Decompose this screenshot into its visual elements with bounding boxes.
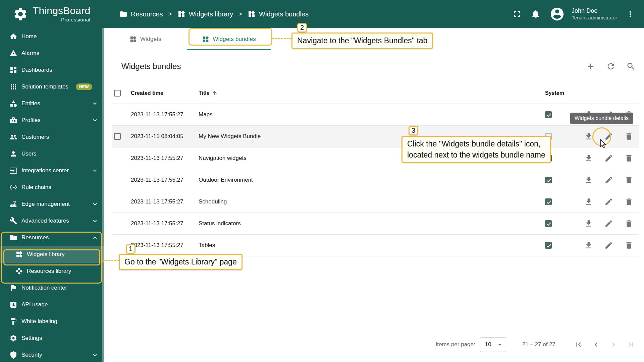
table-header-row: Created time Title System (112, 82, 639, 104)
delete-icon (625, 132, 633, 141)
sidebar-item-notification-center[interactable]: Notification center (0, 280, 104, 296)
sidebar-item-widgets-library[interactable]: Widgets library (0, 246, 104, 263)
search-button[interactable] (624, 59, 638, 74)
ethernet-icon (9, 183, 17, 191)
chevron-down-icon (91, 217, 99, 225)
gear-icon (9, 334, 17, 342)
edit-icon (604, 154, 613, 163)
delete-icon (625, 154, 633, 163)
annotation-connector (272, 38, 291, 39)
delete-bundle-button[interactable] (622, 152, 636, 165)
sidebar-item-api-usage[interactable]: API usage (0, 296, 104, 313)
breadcrumb-separator: > (168, 10, 172, 18)
sidebar-scrollbar[interactable] (102, 28, 104, 362)
brand-edition: Professional (61, 17, 90, 22)
export-bundle-button[interactable] (582, 152, 595, 165)
chevron-down-icon (91, 351, 99, 359)
tab-widgets-bundles[interactable]: Widgets bundles (187, 28, 271, 50)
delete-bundle-button[interactable] (622, 239, 636, 252)
table-row[interactable]: 2023-11-13 17:55:27 Navigation widgets (112, 147, 639, 169)
widgets-icon (15, 251, 23, 258)
export-bundle-button[interactable] (582, 217, 595, 230)
bundle-details-button[interactable] (602, 152, 615, 165)
chart-icon (9, 301, 17, 309)
table-row[interactable]: 2023-11-13 17:55:27 Maps (112, 104, 639, 126)
delete-bundle-button[interactable] (622, 173, 636, 187)
column-header-created-time[interactable]: Created time (127, 90, 195, 96)
sidebar-item-users[interactable]: Users (0, 145, 104, 162)
bundle-details-button[interactable] (602, 217, 615, 230)
sidebar-item-rule-chains[interactable]: Rule chains (0, 179, 104, 196)
app-logo[interactable]: ThingsBoard Professional (0, 0, 104, 28)
sidebar-item-alarms[interactable]: Alarms (0, 45, 104, 62)
breadcrumb-widgets-library[interactable]: Widgets library (177, 10, 233, 18)
sidebar: ThingsBoard Professional Home Alarms Das… (0, 0, 104, 362)
bundle-details-button[interactable] (602, 173, 615, 187)
chevron-down-icon (91, 200, 99, 208)
breadcrumb-resources[interactable]: Resources (119, 10, 163, 18)
table-row[interactable]: 2023-11-15 08:04:05 My New Widgets Bundl… (112, 126, 639, 147)
first-page-button[interactable] (571, 337, 586, 352)
chevron-up-icon (91, 234, 99, 241)
folder-icon (9, 234, 17, 242)
avatar[interactable] (549, 6, 565, 22)
sidebar-item-solution-templates[interactable]: Solution templatesNEW (0, 78, 104, 95)
cell-title: Scheduling (195, 198, 541, 205)
table-row[interactable]: 2023-11-13 17:55:27 Status indicators (112, 213, 639, 235)
fullscreen-button[interactable] (512, 9, 522, 19)
sort-ascending-icon (212, 90, 218, 96)
apps-icon (9, 83, 17, 91)
items-per-page-select[interactable]: 10 (480, 337, 506, 352)
sidebar-item-settings[interactable]: Settings (0, 330, 104, 347)
system-checkbox (545, 198, 552, 205)
sidebar-item-home[interactable]: Home (0, 28, 104, 45)
refresh-button[interactable] (603, 59, 618, 74)
export-bundle-button[interactable] (582, 173, 595, 187)
select-all-checkbox[interactable] (114, 90, 121, 97)
sidebar-item-security[interactable]: Security (0, 347, 104, 362)
delete-bundle-button[interactable] (622, 195, 636, 208)
sidebar-item-advanced-features[interactable]: Advanced features (0, 213, 104, 229)
category-icon (9, 100, 17, 108)
sidebar-item-resources[interactable]: Resources (0, 229, 104, 246)
table-row[interactable]: 2023-11-13 17:55:27 Outdoor Environment (112, 169, 639, 191)
delete-bundle-button[interactable] (622, 130, 636, 143)
notifications-button[interactable] (531, 9, 541, 19)
user-info[interactable]: John Doe Tenant administrator (572, 7, 617, 21)
sidebar-item-profiles[interactable]: Profiles (0, 112, 104, 129)
sidebar-item-resources-library[interactable]: Resources library (0, 263, 104, 280)
export-bundle-button[interactable] (582, 195, 595, 208)
shield-icon (9, 351, 17, 359)
breadcrumb-widgets-bundles[interactable]: Widgets bundles (248, 10, 309, 18)
column-header-title[interactable]: Title (195, 90, 541, 96)
sidebar-item-edge-management[interactable]: Edge management (0, 196, 104, 213)
tab-widgets[interactable]: Widgets (104, 28, 187, 50)
export-bundle-button[interactable] (582, 239, 595, 252)
add-bundle-button[interactable] (583, 59, 598, 74)
sidebar-item-customers[interactable]: Customers (0, 129, 104, 145)
table-row[interactable]: 2023-11-13 17:55:27 Tables (112, 235, 639, 256)
sidebar-item-dashboards[interactable]: Dashboards (0, 62, 104, 78)
row-checkbox[interactable] (114, 133, 121, 140)
search-icon (626, 62, 636, 71)
bundle-details-button[interactable] (602, 239, 615, 252)
user-menu-button[interactable] (626, 10, 635, 18)
delete-bundle-button[interactable] (622, 217, 636, 230)
edit-icon (604, 241, 613, 250)
breadcrumb-separator: > (238, 10, 242, 18)
previous-page-button[interactable] (588, 337, 604, 352)
first-page-icon (574, 340, 583, 349)
bundle-details-button[interactable] (602, 195, 615, 208)
sidebar-menu: Home Alarms Dashboards Solution template… (0, 28, 104, 362)
table-row[interactable]: 2023-11-13 17:55:27 Scheduling (112, 191, 639, 213)
home-icon (9, 33, 17, 41)
warning-icon (9, 49, 17, 57)
download-icon (584, 132, 593, 141)
chevron-down-icon (91, 100, 99, 107)
sidebar-item-white-labeling[interactable]: White labeling (0, 313, 104, 330)
chevron-down-icon (91, 117, 99, 124)
sidebar-item-integrations-center[interactable]: Integrations center (0, 162, 104, 179)
breadcrumb: Resources > Widgets library > Widgets bu… (119, 0, 309, 28)
brand-name: ThingsBoard (33, 6, 90, 16)
sidebar-item-entities[interactable]: Entities (0, 95, 104, 112)
